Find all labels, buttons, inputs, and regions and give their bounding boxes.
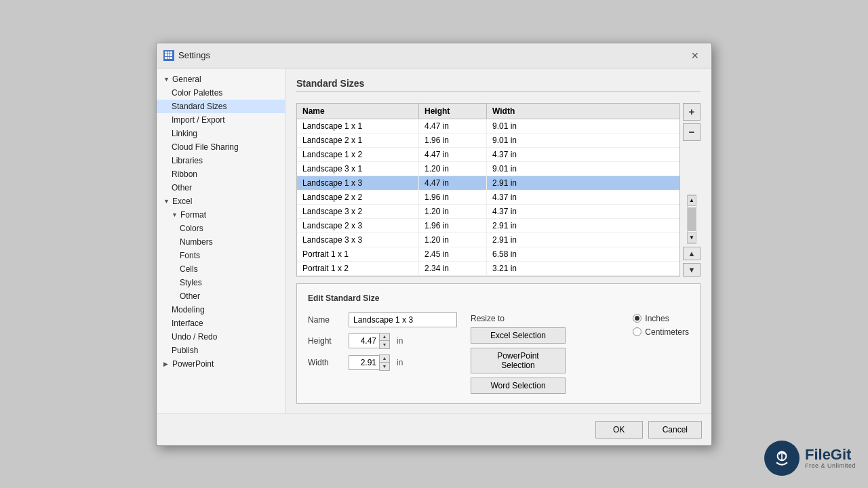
sidebar-item-publish[interactable]: Publish: [157, 344, 285, 357]
sidebar-item-styles[interactable]: Styles: [157, 276, 285, 289]
sidebar-item-cells[interactable]: Cells: [157, 262, 285, 276]
scroll-up-button[interactable]: ▲: [687, 195, 696, 206]
sidebar-item-label: Undo / Redo: [172, 332, 217, 342]
sidebar-item-modeling[interactable]: Modeling: [157, 303, 285, 317]
table-row[interactable]: Landscape 2 x 1 1.96 in 9.01 in: [297, 134, 679, 148]
height-input[interactable]: [349, 333, 379, 348]
ok-button[interactable]: OK: [595, 421, 643, 439]
col-height: Height: [419, 104, 487, 119]
sidebar-item-cloud-file-sharing[interactable]: Cloud File Sharing: [157, 140, 285, 154]
cell-width: 9.01 in: [487, 162, 679, 176]
width-input[interactable]: [349, 355, 379, 370]
height-spinner: ▲ ▼: [349, 333, 390, 349]
remove-size-button[interactable]: −: [683, 123, 701, 141]
table-row[interactable]: Portrait 1 x 2 2.34 in 3.21 in: [297, 262, 679, 276]
sidebar-item-other-general[interactable]: Other: [157, 181, 285, 195]
sidebar-item-general[interactable]: ▼ General: [157, 73, 285, 86]
main-content: Standard Sizes Name Height Width: [285, 68, 711, 413]
cell-name: Portrait 1 x 1: [297, 247, 419, 261]
table-row[interactable]: Landscape 2 x 3 1.96 in 2.91 in: [297, 219, 679, 233]
svg-rect-3: [165, 54, 167, 56]
svg-rect-5: [170, 54, 172, 56]
arrow-icon: ▼: [163, 198, 170, 205]
filegit-tagline: Free & Unlimited: [805, 462, 856, 469]
width-unit: in: [397, 358, 403, 367]
sidebar-item-linking[interactable]: Linking: [157, 127, 285, 140]
sidebar-item-import-export[interactable]: Import / Export: [157, 113, 285, 127]
title-bar-left: Settings: [163, 50, 210, 61]
svg-rect-4: [167, 54, 170, 56]
sidebar-item-libraries[interactable]: Libraries: [157, 154, 285, 167]
word-selection-button[interactable]: Word Selection: [471, 378, 566, 394]
cell-name: Landscape 1 x 1: [297, 119, 419, 133]
sidebar-item-label: Color Palettes: [172, 88, 222, 98]
centimeters-label: Centimeters: [645, 327, 689, 337]
sidebar-item-color-palettes[interactable]: Color Palettes: [157, 86, 285, 100]
inches-radio[interactable]: [633, 314, 642, 323]
sidebar-item-other-excel[interactable]: Other: [157, 289, 285, 303]
close-button[interactable]: ✕: [686, 49, 705, 62]
table-row[interactable]: Landscape 1 x 2 4.47 in 4.37 in: [297, 148, 679, 162]
table-row[interactable]: Landscape 1 x 1 4.47 in 9.01 in: [297, 119, 679, 134]
table-body: Landscape 1 x 1 4.47 in 9.01 in Landscap…: [297, 119, 679, 276]
cell-height: 1.20 in: [419, 162, 487, 176]
height-spin-btns: ▲ ▼: [379, 333, 390, 349]
sidebar-item-colors[interactable]: Colors: [157, 222, 285, 235]
cell-name: Landscape 2 x 1: [297, 134, 419, 147]
name-input[interactable]: [349, 312, 457, 327]
cell-height: 2.34 in: [419, 262, 487, 275]
excel-selection-button[interactable]: Excel Selection: [471, 327, 566, 344]
cell-width: 4.37 in: [487, 148, 679, 161]
move-down-button[interactable]: ▼: [683, 263, 701, 277]
powerpoint-selection-button[interactable]: PowerPoint Selection: [471, 348, 566, 373]
cell-width: 9.01 in: [487, 134, 679, 147]
sidebar-item-label: Ribbon: [172, 169, 197, 179]
sidebar-item-label: PowerPoint: [172, 359, 214, 369]
sidebar-item-label: Fonts: [180, 251, 200, 260]
width-decrement-button[interactable]: ▼: [380, 363, 389, 370]
dialog-title: Settings: [178, 50, 210, 60]
sidebar-item-interface[interactable]: Interface: [157, 317, 285, 330]
sidebar-item-undo-redo[interactable]: Undo / Redo: [157, 330, 285, 344]
inches-radio-row[interactable]: Inches: [633, 314, 689, 323]
svg-rect-6: [165, 57, 167, 59]
add-size-button[interactable]: +: [683, 103, 701, 121]
sidebar-item-excel[interactable]: ▼ Excel: [157, 195, 285, 208]
width-increment-button[interactable]: ▲: [380, 355, 389, 363]
cancel-button[interactable]: Cancel: [648, 421, 702, 439]
cell-width: 4.37 in: [487, 190, 679, 204]
table-row[interactable]: Landscape 1 x 3 4.47 in 2.91 in: [297, 176, 679, 190]
arrow-icon: ▶: [163, 361, 170, 367]
centimeters-radio-row[interactable]: Centimeters: [633, 327, 689, 337]
sidebar-item-powerpoint[interactable]: ▶ PowerPoint: [157, 357, 285, 371]
resize-to-label: Resize to: [471, 314, 505, 323]
sidebar-item-standard-sizes[interactable]: Standard Sizes: [157, 100, 285, 113]
filegit-icon: [764, 441, 800, 476]
filegit-text: FileGit Free & Unlimited: [805, 447, 856, 469]
settings-dialog: Settings ✕ ▼ General Color Palettes Stan…: [156, 43, 712, 446]
sidebar-item-fonts[interactable]: Fonts: [157, 249, 285, 262]
col-name: Name: [297, 104, 419, 119]
svg-rect-0: [165, 52, 167, 54]
sidebar-item-numbers[interactable]: Numbers: [157, 235, 285, 249]
centimeters-radio[interactable]: [633, 327, 642, 336]
table-row[interactable]: Portrait 1 x 1 2.45 in 6.58 in: [297, 247, 679, 262]
sidebar-item-format[interactable]: ▼ Format: [157, 208, 285, 222]
move-up-button[interactable]: ▲: [683, 247, 701, 260]
height-decrement-button[interactable]: ▼: [380, 341, 389, 348]
sidebar-item-label: Publish: [172, 346, 198, 355]
width-spinner: ▲ ▼: [349, 354, 390, 371]
dialog-body: ▼ General Color Palettes Standard Sizes …: [157, 68, 711, 413]
table-row[interactable]: Landscape 3 x 2 1.20 in 4.37 in: [297, 205, 679, 219]
sidebar-item-label: Libraries: [172, 156, 203, 165]
sidebar-item-ribbon[interactable]: Ribbon: [157, 167, 285, 181]
cell-height: 1.96 in: [419, 134, 487, 147]
table-row[interactable]: Landscape 3 x 1 1.20 in 9.01 in: [297, 162, 679, 176]
table-row[interactable]: Landscape 2 x 2 1.96 in 4.37 in: [297, 190, 679, 205]
table-row[interactable]: Landscape 3 x 3 1.20 in 2.91 in: [297, 233, 679, 247]
sidebar-item-label: Format: [180, 210, 206, 220]
sidebar-item-label: Modeling: [172, 305, 205, 314]
scroll-down-button[interactable]: ▼: [687, 232, 696, 243]
sidebar-item-label: Excel: [172, 197, 192, 206]
height-increment-button[interactable]: ▲: [380, 333, 389, 341]
